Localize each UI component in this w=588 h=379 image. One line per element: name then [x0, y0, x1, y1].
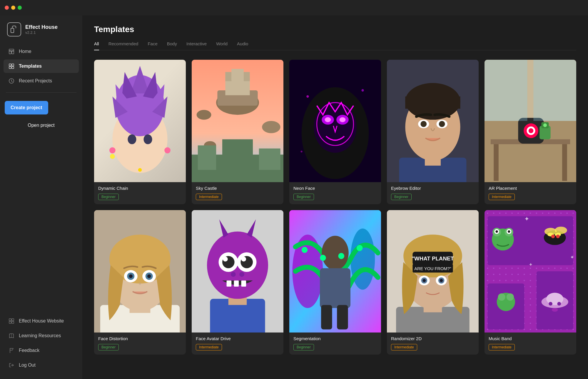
svg-point-89: [139, 282, 141, 285]
difficulty-badge-neon-face: Beginner: [293, 194, 314, 200]
template-name-neon-face: Neon Face: [293, 186, 377, 191]
template-card-ar-placement[interactable]: AR Placement Intermediate: [485, 60, 576, 204]
template-thumb-dynamic-chain: [94, 60, 186, 182]
svg-rect-0: [11, 28, 14, 33]
fullscreen-button[interactable]: [18, 6, 22, 10]
template-card-face-avatar-drive[interactable]: Face Avatar Drive Intermediate: [192, 210, 283, 355]
template-card-music-band[interactable]: ✦ ✦ ✦ Music Band Intermediate: [485, 210, 576, 355]
svg-point-62: [420, 121, 427, 127]
sidebar-item-templates[interactable]: Templates: [4, 59, 79, 73]
template-name-face-avatar-drive: Face Avatar Drive: [196, 336, 279, 341]
difficulty-badge-sky-castle: Intermediate: [196, 194, 222, 200]
sidebar-item-recent-projects[interactable]: Recent Projects: [4, 74, 79, 88]
flag-icon: [8, 347, 15, 354]
svg-point-88: [147, 274, 151, 278]
template-thumb-face-avatar: [192, 210, 283, 333]
svg-point-158: [552, 308, 558, 312]
svg-point-52: [361, 89, 364, 92]
template-thumb-music-band: ✦ ✦ ✦: [485, 210, 576, 333]
svg-rect-76: [485, 60, 527, 121]
template-thumb-sky-castle: [192, 60, 283, 182]
template-card-neon-face[interactable]: Neon Face Beginner: [289, 60, 381, 204]
svg-rect-103: [234, 280, 239, 287]
svg-point-131: [423, 279, 426, 282]
minimize-button[interactable]: [11, 6, 15, 10]
templates-icon: [8, 63, 15, 69]
template-name-segmentation: Segmentation: [293, 336, 377, 341]
sidebar-bottom: Effect House Website Learning Resources: [0, 314, 82, 379]
template-card-dynamic-chain[interactable]: Dynamic Chain Beginner: [94, 60, 186, 204]
difficulty-badge-dynamic-chain: Beginner: [98, 194, 119, 200]
tab-world[interactable]: World: [216, 41, 228, 50]
svg-point-53: [300, 151, 302, 152]
template-thumb-ar-placement: [485, 60, 576, 182]
templates-label: Templates: [19, 64, 42, 69]
sidebar-logo: Effect House v2.2.1: [0, 22, 82, 45]
tab-face[interactable]: Face: [148, 41, 157, 50]
app-version: v2.2.1: [25, 30, 58, 35]
tab-all[interactable]: All: [94, 41, 99, 50]
difficulty-badge-randomizer-2d: Intermediate: [391, 344, 417, 350]
tab-body[interactable]: Body: [167, 41, 177, 50]
svg-point-151: [551, 235, 555, 238]
logout-label: Log Out: [19, 363, 36, 368]
sidebar-divider: [6, 92, 76, 93]
feedback-label: Feedback: [19, 348, 39, 353]
open-project-button[interactable]: Open project: [5, 119, 78, 132]
svg-rect-68: [562, 144, 567, 181]
recent-projects-label: Recent Projects: [19, 78, 52, 84]
svg-rect-77: [533, 60, 576, 121]
template-name-sky-castle: Sky Castle: [196, 186, 279, 191]
template-card-randomizer-2d[interactable]: "WHAT PLANET ARE YOU FROM?": [387, 210, 479, 355]
close-button[interactable]: [5, 6, 9, 10]
svg-point-117: [357, 245, 363, 251]
template-info-face-distortion: Face Distortion Beginner: [94, 333, 186, 355]
difficulty-badge-music-band: Intermediate: [489, 344, 515, 350]
template-card-eyebrow-editor[interactable]: Eyebrow Editor Beginner: [387, 60, 479, 204]
tab-recommended[interactable]: Recommended: [108, 41, 138, 50]
svg-point-87: [129, 274, 133, 278]
svg-rect-41: [222, 139, 253, 170]
tab-interactive[interactable]: Interactive: [186, 41, 207, 50]
svg-text:✦: ✦: [524, 215, 529, 222]
sidebar-item-feedback[interactable]: Feedback: [4, 344, 79, 357]
svg-rect-13: [12, 321, 14, 323]
svg-point-152: [556, 235, 559, 238]
template-grid: Dynamic Chain Beginner: [94, 60, 576, 355]
svg-rect-6: [9, 67, 11, 69]
svg-point-160: [557, 302, 561, 305]
svg-text:✦: ✦: [570, 255, 574, 260]
svg-point-101: [241, 257, 246, 262]
sidebar-item-learning[interactable]: Learning Resources: [4, 329, 79, 343]
template-thumb-randomizer: "WHAT PLANET ARE YOU FROM?": [387, 210, 479, 333]
create-project-button[interactable]: Create project: [5, 101, 48, 114]
page-title: Templates: [94, 25, 576, 34]
template-card-face-distortion[interactable]: Face Distortion Beginner: [94, 210, 186, 355]
app-logo-icon: [7, 22, 21, 36]
create-project-container: Create project: [0, 99, 82, 117]
svg-point-36: [197, 110, 211, 120]
template-thumb-eyebrow-editor: [387, 60, 479, 182]
home-icon: [8, 48, 15, 55]
svg-point-132: [440, 279, 443, 282]
template-card-segmentation[interactable]: Segmentation Beginner: [289, 210, 381, 355]
svg-point-26: [110, 154, 115, 159]
template-name-music-band: Music Band: [489, 336, 572, 341]
svg-rect-111: [320, 268, 350, 308]
titlebar: [0, 0, 588, 15]
svg-point-154: [498, 293, 505, 301]
svg-rect-42: [259, 149, 280, 170]
sidebar: Effect House v2.2.1 Home: [0, 15, 82, 379]
template-thumb-face-distortion: [94, 210, 186, 333]
svg-rect-112: [321, 305, 332, 329]
sidebar-item-website[interactable]: Effect House Website: [4, 314, 79, 328]
sidebar-item-home[interactable]: Home: [4, 45, 79, 58]
svg-point-145: [508, 230, 510, 233]
svg-point-75: [543, 123, 547, 127]
svg-point-144: [495, 230, 498, 233]
svg-rect-34: [244, 72, 250, 81]
sidebar-item-logout[interactable]: Log Out: [4, 358, 79, 372]
template-card-sky-castle[interactable]: Sky Castle Intermediate: [192, 60, 283, 204]
template-info-dynamic-chain: Dynamic Chain Beginner: [94, 182, 186, 204]
tab-audio[interactable]: Audio: [237, 41, 248, 50]
